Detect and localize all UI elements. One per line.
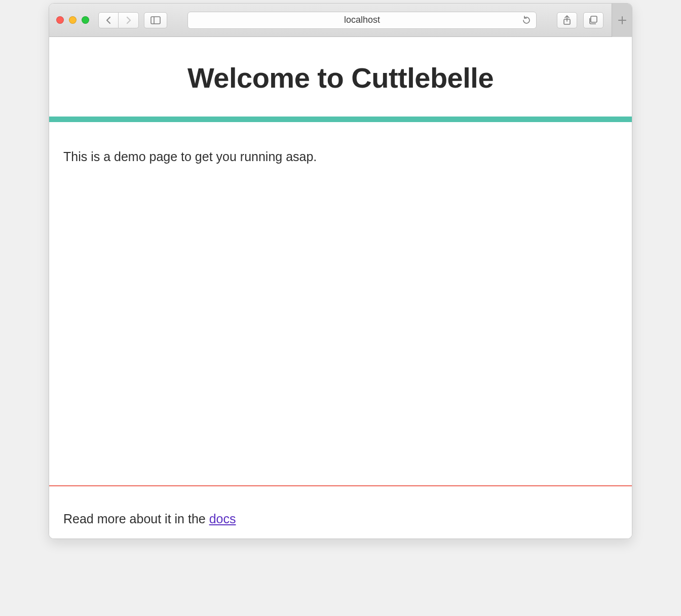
minimize-window-button[interactable] bbox=[69, 16, 77, 24]
header-divider bbox=[49, 117, 632, 122]
page-footer: Read more about it in the docs bbox=[49, 486, 632, 538]
forward-button[interactable] bbox=[119, 12, 139, 28]
page-title: Welcome to Cuttlebelle bbox=[59, 61, 622, 94]
browser-toolbar: localhost bbox=[49, 4, 632, 37]
svg-rect-3 bbox=[591, 16, 597, 22]
share-button[interactable] bbox=[557, 12, 577, 28]
page-content: Welcome to Cuttlebelle This is a demo pa… bbox=[49, 37, 632, 538]
back-button[interactable] bbox=[98, 12, 119, 28]
nav-buttons bbox=[98, 12, 139, 28]
page-header: Welcome to Cuttlebelle bbox=[49, 37, 632, 117]
docs-link[interactable]: docs bbox=[209, 512, 236, 526]
reload-button[interactable] bbox=[522, 16, 531, 25]
maximize-window-button[interactable] bbox=[82, 16, 89, 24]
sidebar-toggle-button[interactable] bbox=[144, 12, 167, 28]
close-window-button[interactable] bbox=[56, 16, 64, 24]
footer-text: Read more about it in the bbox=[63, 512, 209, 526]
sidebar-icon bbox=[150, 16, 161, 24]
reload-icon bbox=[522, 16, 531, 25]
toolbar-right bbox=[557, 12, 627, 28]
new-tab-button[interactable] bbox=[612, 4, 632, 37]
svg-rect-0 bbox=[151, 17, 160, 24]
window-controls bbox=[56, 16, 89, 24]
tabs-icon bbox=[588, 16, 598, 25]
chevron-right-icon bbox=[126, 16, 132, 24]
share-icon bbox=[563, 15, 571, 25]
intro-text: This is a demo page to get you running a… bbox=[49, 122, 632, 485]
browser-window: localhost bbox=[49, 3, 632, 539]
address-bar[interactable]: localhost bbox=[187, 12, 537, 29]
address-text: localhost bbox=[344, 15, 380, 25]
plus-icon bbox=[618, 16, 627, 25]
tabs-button[interactable] bbox=[583, 12, 603, 28]
chevron-left-icon bbox=[105, 16, 111, 24]
